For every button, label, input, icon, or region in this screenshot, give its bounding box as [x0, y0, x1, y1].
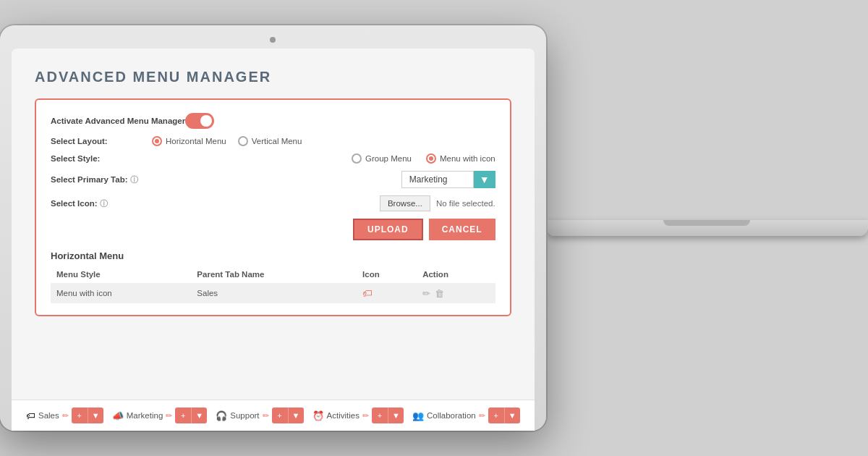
layout-label: Select Layout: [51, 137, 152, 145]
nav-icon-marketing: 📣 [112, 410, 124, 421]
nav-label-support: Support [230, 411, 259, 420]
layout-radio-group: Horizontal Menu Vertical Menu [152, 136, 302, 146]
table-section-title: Horizontal Menu [51, 250, 495, 261]
layout-horizontal[interactable]: Horizontal Menu [152, 136, 226, 146]
nav-down-btn-support[interactable]: ▼ [288, 408, 304, 423]
nav-btn-group-sales: + ▼ [72, 408, 103, 423]
cell-menu-style: Menu with icon [51, 283, 191, 303]
primary-tab-row: Select Primary Tab: ⓘ Marketing ▼ [51, 171, 495, 188]
activate-label: Activate Advanced Menu Manager [51, 117, 185, 125]
table-header-row: Menu Style Parent Tab Name Icon Action [51, 267, 495, 283]
col-parent-tab: Parent Tab Name [191, 267, 357, 283]
nav-label-sales: Sales [38, 411, 59, 420]
laptop-camera [270, 37, 276, 43]
action-row: UPLOAD CANCEL [51, 219, 495, 240]
nav-btn-group-activities: + ▼ [372, 408, 404, 423]
col-icon: Icon [357, 267, 417, 283]
menu-table: Menu Style Parent Tab Name Icon Action M… [51, 267, 495, 303]
upload-button[interactable]: UPLOAD [353, 219, 423, 240]
nav-label-activities: Activities [327, 411, 359, 420]
cell-icon: 🏷 [357, 283, 417, 303]
laptop-notch [663, 220, 750, 226]
icon-row: Select Icon: ⓘ Browse... No file selecte… [51, 195, 495, 211]
nav-up-btn-support[interactable]: + [272, 408, 288, 423]
table-row: Menu with icon Sales 🏷 ✏ 🗑 [51, 283, 495, 303]
delete-icon[interactable]: 🗑 [435, 288, 444, 299]
nav-icon-activities: ⏰ [312, 410, 324, 421]
icon-info-icon[interactable]: ⓘ [100, 199, 108, 208]
edit-icon[interactable]: ✏ [422, 288, 430, 299]
nav-down-btn-collaboration[interactable]: ▼ [504, 408, 520, 423]
main-card: Activate Advanced Menu Manager Select La… [35, 98, 511, 316]
screen-content: ADVANCED MENU MANAGER Activate Advanced … [12, 48, 535, 400]
nav-down-btn-activities[interactable]: ▼ [388, 408, 404, 423]
action-icons: ✏ 🗑 [422, 288, 490, 299]
nav-icon-sales: 🏷 [26, 410, 35, 421]
nav-group-collaboration: 👥 Collaboration ✏ + ▼ [412, 408, 520, 423]
cell-parent-tab: Sales [191, 283, 357, 303]
style-group-menu[interactable]: Group Menu [352, 153, 412, 164]
primary-tab-info-icon[interactable]: ⓘ [130, 175, 138, 184]
nav-link-icon-marketing: ✏ [166, 411, 172, 421]
nav-up-btn-marketing[interactable]: + [175, 408, 191, 423]
menu-with-icon-radio [426, 153, 436, 164]
nav-link-icon-sales: ✏ [62, 411, 69, 421]
primary-tab-select[interactable]: Marketing [401, 171, 474, 188]
primary-tab-label: Select Primary Tab: ⓘ [51, 174, 152, 185]
icon-label: Select Icon: ⓘ [51, 198, 152, 209]
col-action: Action [417, 267, 495, 283]
no-file-text: No file selected. [436, 199, 495, 208]
nav-down-btn-marketing[interactable]: ▼ [191, 408, 207, 423]
nav-group-marketing: 📣 Marketing ✏ + ▼ [112, 408, 208, 423]
laptop-screen: ADVANCED MENU MANAGER Activate Advanced … [12, 48, 535, 431]
style-row: Select Style: Group Menu Menu with icon [51, 153, 495, 164]
nav-icon-collaboration: 👥 [412, 410, 424, 421]
nav-label-marketing: Marketing [127, 411, 163, 420]
nav-icon-support: 🎧 [216, 410, 227, 421]
primary-tab-select-group: Marketing ▼ [401, 171, 495, 188]
primary-tab-dropdown-btn[interactable]: ▼ [474, 171, 495, 188]
layout-vertical[interactable]: Vertical Menu [238, 136, 302, 146]
vertical-label: Vertical Menu [252, 137, 302, 145]
activate-toggle[interactable] [185, 113, 214, 129]
nav-btn-group-marketing: + ▼ [175, 408, 207, 423]
nav-group-activities: ⏰ Activities ✏ + ▼ [312, 408, 404, 423]
nav-link-icon-activities: ✏ [362, 411, 369, 421]
col-menu-style: Menu Style [51, 267, 191, 283]
nav-label-collaboration: Collaboration [427, 411, 476, 420]
bottom-nav: 🏷 Sales ✏ + ▼ 📣 Marketing ✏ + ▼ 🎧 Suppor… [12, 400, 535, 431]
cancel-button[interactable]: CANCEL [429, 219, 495, 240]
page-title: ADVANCED MENU MANAGER [35, 69, 511, 85]
laptop-base [546, 220, 868, 236]
nav-group-sales: 🏷 Sales ✏ + ▼ [26, 408, 103, 423]
style-label: Select Style: [51, 154, 152, 163]
cell-action: ✏ 🗑 [417, 283, 495, 303]
style-options: Group Menu Menu with icon [352, 153, 495, 164]
nav-down-btn-sales[interactable]: ▼ [88, 408, 103, 423]
laptop-shell: ADVANCED MENU MANAGER Activate Advanced … [0, 25, 546, 431]
horizontal-radio-dot [152, 136, 162, 146]
tag-icon: 🏷 [362, 287, 373, 299]
nav-up-btn-collaboration[interactable]: + [488, 408, 504, 423]
group-menu-radio [352, 153, 362, 164]
nav-group-support: 🎧 Support ✏ + ▼ [216, 408, 303, 423]
group-menu-label: Group Menu [365, 154, 412, 163]
browse-button[interactable]: Browse... [380, 195, 430, 211]
layout-row: Select Layout: Horizontal Menu Vertical … [51, 136, 495, 146]
menu-with-icon-label: Menu with icon [440, 154, 495, 163]
icon-controls: Browse... No file selected. [380, 195, 495, 211]
nav-up-btn-activities[interactable]: + [372, 408, 388, 423]
activate-row: Activate Advanced Menu Manager [51, 113, 495, 129]
nav-link-icon-support: ✏ [263, 411, 269, 421]
style-menu-with-icon[interactable]: Menu with icon [426, 153, 495, 164]
nav-btn-group-support: + ▼ [272, 408, 304, 423]
nav-link-icon-collaboration: ✏ [479, 411, 485, 421]
nav-btn-group-collaboration: + ▼ [488, 408, 520, 423]
vertical-radio-dot [238, 136, 248, 146]
nav-up-btn-sales[interactable]: + [72, 408, 88, 423]
horizontal-label: Horizontal Menu [166, 137, 226, 145]
